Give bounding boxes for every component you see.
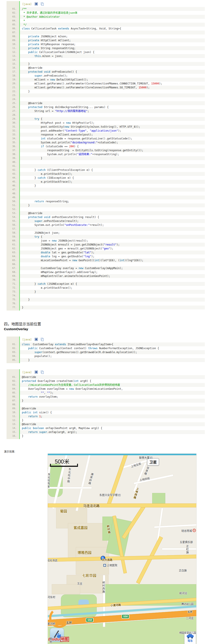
code-line: 69. mMapController.animateTo(mLocationGe… [6,274,205,278]
line-number: 14. [6,58,19,62]
code-line: 16. @Override [6,66,205,70]
code-line: 39. } [6,156,205,160]
line-number: 30. [6,121,19,125]
code-header: [java] [6,336,205,342]
line-number: 03. [6,350,19,354]
line-number: 19. [6,78,19,82]
line-code: if (statusCode == 200) { [20,144,205,148]
line-code: response = mClient.execute(post); [20,133,205,136]
line-number: 76. [6,302,19,306]
line-number: 37. [6,148,19,152]
road-shangdi-west [106,454,128,507]
line-number: 10. [6,42,19,46]
line-code: * @author Administrator [20,15,205,19]
code-line: 10. private HttpResponse response; [6,42,205,46]
line-number: 17. [6,70,19,74]
line-code: } [20,434,205,438]
code-line: 45. e.printStackTrace(); [6,180,205,184]
line-code: } [20,90,205,94]
code-header: [java] [6,1,205,7]
line-number: 73. [6,290,19,294]
map-label: 上地医院 [103,563,117,567]
map-label-text: 五环 [66,621,72,624]
highway-badge: S50 [86,618,94,622]
line-number: 15. [6,430,19,434]
copy-icon[interactable] [41,370,44,374]
map-label: 五环 [66,620,72,624]
map-label-text: 阳光书店 [48,559,58,562]
code-line: 06.class CellLocationTask extends AsyncT… [6,26,205,30]
line-number: 75. [6,298,19,302]
map-label-text: 王庄 [77,582,82,585]
line-code: post.setEntity(new StringEntity(mJson.to… [20,125,205,129]
line-number: 51. [6,204,19,207]
map-label: 联想大厦 [139,456,152,460]
line-code: } [20,306,205,310]
line-number: 08. [6,403,19,406]
line-code: json = new JSONObject(result); [20,239,205,243]
line-code: @Override [20,375,205,379]
line-code [20,403,205,406]
code-line: 67. CustomOverlay overlay = new CustomOv… [6,266,205,270]
view-source-icon[interactable] [35,338,38,341]
line-code: public CustomOverlay(Context context) th… [20,346,205,350]
code-line: 27. String url = "http://我的服务器地址"; [6,109,205,113]
line-number: 46. [6,184,19,188]
line-number: 27. [6,109,19,113]
code-line: 18. super.onPreExecute(); [6,74,205,78]
map-label-text: 腾达幼儿园 [182,603,194,605]
code-line: 51. } [6,204,205,207]
code-line: 35. System.out.println("doinbackground:"… [6,140,205,144]
code-line: 55. super.onPostExecute(result); [6,219,205,223]
code-line: 04. * [6,19,205,23]
line-number: 55. [6,219,19,223]
line-code: //mLocationGeoPoint为全局变量，CellLocationTas… [20,383,205,387]
line-code: public CellLocationTask(JSONObject json)… [20,50,205,54]
copy-icon[interactable] [41,2,44,6]
map-label: 正红旗 [186,545,189,554]
map-label-text: 东北旺中路 [66,468,71,483]
line-number: 02. [6,346,19,350]
line-code: try { [20,117,205,121]
code-line: 42. } catch (ClientProtocolException e) … [6,168,205,172]
line-code: double lat = geo.getDouble("lat"); [20,250,205,254]
line-code [20,160,205,164]
code-line: 48. [6,192,205,196]
line-number: 41. [6,164,19,168]
copy-icon[interactable] [41,338,44,341]
map-label: 河东村 [48,595,55,599]
line-number: 25. [6,101,19,105]
line-number: 59. [6,235,19,239]
line-code: post.addHeader("Content-Type", "applicat… [20,129,205,133]
line-code [20,278,205,282]
code-line: 34. int statusCode = response.getStatusL… [6,136,205,140]
code-line: 73. } [6,290,205,294]
line-number: 02. [6,379,19,383]
map-label: 腾达幼儿园 [182,602,194,606]
line-number: 26. [6,105,19,109]
map-label: 博雅西园 [78,550,92,555]
map-block [52,584,80,594]
code-line: 01./** [6,7,205,11]
code-line: 25. @Override [6,101,205,105]
map-label: 菊园 [60,508,67,514]
line-number: 35. [6,140,19,144]
view-source-icon[interactable] [35,2,38,6]
line-code: e.printStackTrace(); [20,172,205,176]
code-line: 04. populate(); [6,354,205,358]
line-number: 77. [6,306,19,310]
code-block: [java]01./**02. * 异步请求，通过封装的手机基站信息json体0… [6,1,205,310]
view-source-icon[interactable] [35,370,38,374]
line-code: System.out.println("返回结果:"+responseStrin… [20,152,205,156]
map-label-text: 七彩华园 [82,574,96,578]
map-label-text: 菊园 [60,509,67,513]
code-line: 03. * @author Administrator [6,15,205,19]
line-code: } [20,184,205,188]
map-label: 农大南路 [102,558,112,562]
line-number: 05. [6,23,19,26]
map-label: 前河沿 [179,591,187,595]
line-code: HttpPost post = new HttpPost(url); [20,121,205,125]
code-line: 38. System.out.println("返回结果:"+responseS… [6,152,205,156]
code-line: 04. OverlayItem overlayItem = new Overla… [6,387,205,391]
road [48,487,92,489]
